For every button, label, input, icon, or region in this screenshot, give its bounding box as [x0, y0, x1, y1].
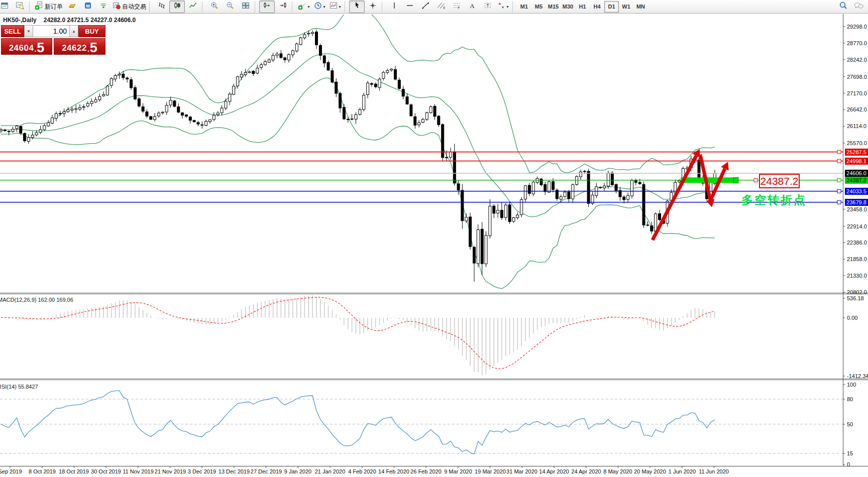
new-order-icon [35, 2, 43, 12]
signals-icon [99, 2, 107, 12]
macd-label: MACD(12,26,9) 162.00 169.06 [0, 297, 73, 303]
rsi-tick-label: 100 [847, 382, 856, 388]
equidistant-channel-tool-button[interactable]: E [433, 1, 449, 13]
timeframe-group: M1M5M15M30H1H4D1W1MN [517, 1, 648, 13]
new-order-button[interactable]: 新订单 [34, 1, 64, 13]
chart-window-icon [1, 2, 9, 12]
buy-price-display[interactable]: 24622.5 [54, 38, 105, 55]
price-line-tag: 23679.8 [845, 199, 868, 206]
search-button[interactable] [835, 1, 851, 13]
toolbar-separator [512, 2, 515, 12]
shift-icon [279, 2, 287, 12]
date-tick-label: 11 Jun 2020 [699, 468, 729, 474]
turning-point-note[interactable]: 多空转折点 [741, 192, 807, 208]
buy-price-pips: 5 [90, 42, 97, 53]
ohlc-values: 24282.0 24721.5 24227.0 24606.0 [44, 17, 136, 24]
crosshair-tool-button[interactable] [365, 1, 380, 13]
strategy-tester-button[interactable] [12, 1, 28, 13]
price-tick-label: 25570.0 [847, 140, 867, 146]
chat-button[interactable] [851, 1, 866, 13]
arrows-icon [497, 2, 505, 12]
bar-chart-mode-button[interactable] [154, 1, 169, 13]
zoom-in-icon [210, 2, 219, 12]
line-chart-mode-button[interactable] [185, 1, 200, 13]
volume-decrease-button[interactable]: ▼ [24, 25, 33, 37]
date-tick-label: 26 Feb 2020 [410, 468, 442, 474]
timeframe-M30-button[interactable]: M30 [561, 1, 575, 13]
cursor-icon [353, 2, 361, 12]
price-line-tag: 24033.5 [845, 188, 868, 195]
timeframe-H1-button[interactable]: H1 [575, 1, 590, 13]
timeframe-H4-button[interactable]: H4 [590, 1, 604, 13]
trendline-tool-button[interactable] [417, 1, 433, 13]
zoom-in-button[interactable] [206, 1, 222, 13]
volume-increase-button[interactable]: ▲ [69, 25, 78, 37]
trendline-icon [421, 2, 429, 12]
templates-menu-button[interactable]: ▾ [328, 1, 343, 13]
fibonacci-tool-button[interactable]: F [449, 1, 464, 13]
date-tick-label: 11 Nov 2019 [123, 468, 154, 474]
buy-price-dot: . [87, 45, 89, 53]
periods-icon [314, 2, 322, 12]
price-line-tag: 24387.2 [845, 177, 868, 184]
price-line-tag: 24606.0 [845, 170, 868, 177]
horizontal-line-tool-button[interactable] [402, 1, 417, 13]
zoom-out-icon [226, 2, 234, 12]
crosshair-icon [369, 2, 377, 12]
date-tick-label: 4 Feb 2020 [348, 468, 376, 474]
chart-window-button[interactable] [0, 1, 12, 13]
timeframe-M5-button[interactable]: M5 [531, 1, 546, 13]
price-level-text-box[interactable]: 24387.2 [759, 174, 800, 188]
periods-menu-button[interactable]: ▾ [312, 1, 328, 13]
auto-trading-button[interactable]: 自动交易 [111, 1, 148, 13]
price-tick-label: 29298.0 [847, 24, 867, 30]
chart-canvas[interactable] [0, 0, 868, 477]
new-order-label: 新订单 [45, 3, 63, 11]
sell-button[interactable]: SELL [1, 25, 24, 37]
text-tool-button[interactable]: A [464, 1, 480, 13]
timeframe-M15-button[interactable]: M15 [546, 1, 561, 13]
buy-button[interactable]: BUY [78, 25, 105, 37]
price-tick-label: 26114.0 [847, 123, 866, 129]
symbol-period-label: HK50-,Daily [3, 17, 37, 24]
timeframe-D1-button[interactable]: D1 [604, 1, 619, 13]
volume-input[interactable] [33, 25, 69, 37]
zoom-out-button[interactable] [222, 1, 238, 13]
fibo-icon: F [453, 2, 461, 12]
signals-button[interactable] [95, 1, 111, 13]
tile-windows-button[interactable] [238, 1, 253, 13]
rsi-tick-label: 50 [847, 421, 853, 427]
line-icon [189, 2, 197, 12]
cursor-tool-button[interactable] [349, 1, 365, 13]
trading-platform-window: 新订单M自动交易▾▾▾EFAT▾M1M5M15M30H1H4D1W1MN HK5… [0, 0, 868, 477]
history-center-button[interactable] [64, 1, 80, 13]
price-tick-label: 23458.0 [847, 206, 867, 212]
arrows-tool-button[interactable]: ▾ [495, 1, 511, 13]
price-tick-label: 22386.0 [847, 240, 867, 246]
toolbar-separator [29, 2, 32, 12]
price-line-tag: 25287.5 [845, 149, 868, 156]
date-tick-label: 30 Oct 2019 [91, 468, 121, 474]
one-click-trade-panel: SELL ▼ ▲ BUY 24604.5 24622.5 [1, 25, 105, 55]
timeframe-W1-button[interactable]: W1 [619, 1, 633, 13]
autoscroll-icon [263, 2, 271, 12]
sell-price-display[interactable]: 24604.5 [1, 38, 52, 55]
candlestick-mode-button[interactable] [169, 1, 185, 13]
chevron-down-icon: ▾ [506, 5, 508, 9]
triangle-down-icon: ▼ [27, 29, 31, 34]
vertical-line-tool-button[interactable] [386, 1, 402, 13]
timeframe-M1-button[interactable]: M1 [517, 1, 531, 13]
date-tick-label: 1 Jun 2020 [669, 468, 696, 474]
tester-icon [16, 2, 24, 12]
date-tick-label: 8 Oct 2019 [29, 468, 56, 474]
mql5-community-button[interactable]: M [80, 1, 95, 13]
auto-scroll-button[interactable] [259, 1, 275, 13]
timeframe-MN-button[interactable]: MN [633, 1, 648, 13]
chart-shift-button[interactable] [275, 1, 290, 13]
price-tick-label: 22914.0 [847, 223, 867, 229]
text-label-tool-button[interactable]: T [480, 1, 495, 13]
macd-tick-label: 0.00 [847, 315, 857, 321]
price-tick-label: 26642.0 [847, 106, 867, 112]
indicators-menu-button[interactable]: ▾ [296, 1, 312, 13]
toolbar: 新订单M自动交易▾▾▾EFAT▾M1M5M15M30H1H4D1W1MN [0, 0, 868, 14]
